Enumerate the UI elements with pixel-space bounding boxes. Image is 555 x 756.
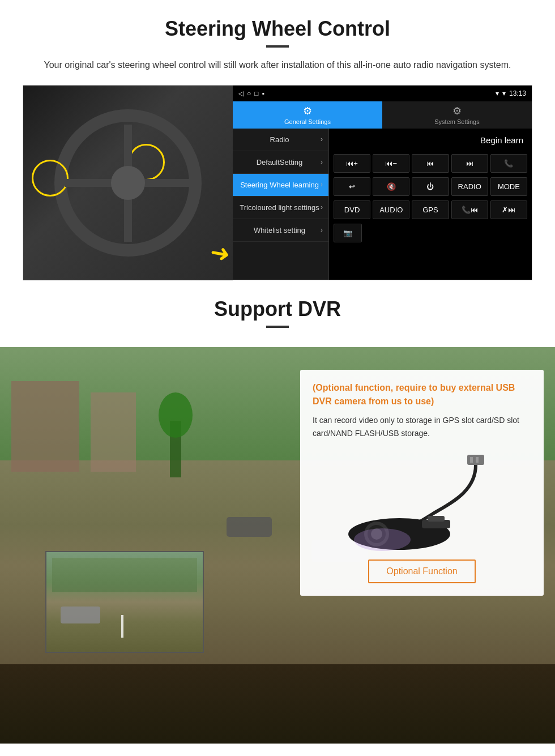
- dvr-camera-svg: [331, 449, 513, 551]
- page-title: Steering Wheel Control: [23, 17, 532, 41]
- tab-system-label: System Settings: [434, 118, 479, 125]
- back-icon[interactable]: ◁: [238, 89, 244, 97]
- optional-function-button[interactable]: Optional Function: [368, 559, 475, 583]
- dvr-description: It can record video only to storage in G…: [313, 414, 531, 441]
- dvr-optional-note: (Optional function, require to buy exter…: [313, 381, 531, 408]
- begin-learn-button[interactable]: Begin learn: [480, 135, 523, 145]
- begin-learn-row: Begin learn: [329, 129, 532, 152]
- vol-up-button[interactable]: ⏮+: [334, 154, 370, 173]
- steering-control-panel: Begin learn ⏮+ ⏮− ⏮ ⏭ 📞 ↩ 🔇 ⏻: [329, 129, 532, 280]
- menu-item-radio[interactable]: Radio ›: [233, 129, 328, 151]
- steering-ui-container: ➜ ◁ ○ □ ▪ ▾ ▾ 13:13 ⚙: [23, 85, 532, 280]
- top-tabbar: ⚙ General Settings ⚙ System Settings: [233, 101, 532, 129]
- skip-button[interactable]: ✗⏭: [490, 200, 527, 219]
- tab-system-settings[interactable]: ⚙ System Settings: [382, 101, 532, 129]
- android-panel: ◁ ○ □ ▪ ▾ ▾ 13:13 ⚙ General Settings: [233, 86, 532, 280]
- statusbar: ◁ ○ □ ▪ ▾ ▾ 13:13: [233, 86, 532, 101]
- svg-rect-2: [476, 457, 479, 463]
- tree-top: [159, 392, 193, 438]
- chevron-icon: ›: [321, 181, 323, 189]
- dvr-background-image: (Optional function, require to buy exter…: [0, 347, 555, 744]
- dvr-section: Support DVR (Optional functi: [0, 280, 555, 744]
- next-track-button[interactable]: ⏭: [451, 154, 488, 173]
- mute-button[interactable]: 🔇: [373, 177, 409, 196]
- svg-rect-1: [470, 457, 473, 463]
- building-left: [11, 381, 79, 472]
- preview-road: [46, 552, 203, 652]
- title-divider: [266, 45, 289, 48]
- control-buttons-row1: ⏮+ ⏮− ⏮ ⏭ 📞: [329, 152, 532, 175]
- tab-general-settings[interactable]: ⚙ General Settings: [233, 101, 382, 129]
- vol-down-button[interactable]: ⏮−: [373, 154, 409, 173]
- recents-icon[interactable]: □: [254, 89, 258, 97]
- back-button[interactable]: ↩: [334, 177, 370, 196]
- chevron-icon: ›: [321, 135, 323, 143]
- menu-item-steering-wheel[interactable]: Steering Wheel learning ›: [233, 174, 328, 197]
- home-icon[interactable]: ○: [247, 89, 251, 97]
- dvr-info-card: (Optional function, require to buy exter…: [300, 370, 544, 596]
- phone-button[interactable]: 📞: [490, 154, 527, 173]
- signal-icon: ▾: [496, 89, 499, 97]
- control-buttons-row3: DVD AUDIO GPS 📞⏮ ✗⏭: [329, 198, 532, 221]
- dvr-title-divider: [266, 326, 289, 328]
- dvd-button[interactable]: DVD: [334, 200, 370, 219]
- dvr-camera-device: [331, 449, 513, 551]
- settings-gear-icon: ⚙: [303, 105, 312, 117]
- steering-wheel-section: Steering Wheel Control Your original car…: [0, 0, 555, 280]
- phone-prev-button[interactable]: 📞⏮: [451, 200, 488, 219]
- settings-menu: Radio › DefaultSetting › Steering Wheel …: [233, 129, 329, 280]
- power-button[interactable]: ⏻: [412, 177, 449, 196]
- menu-icon[interactable]: ▪: [262, 89, 264, 97]
- dvr-title: Support DVR: [23, 297, 532, 321]
- statusbar-system-icons: ▾ ▾ 13:13: [496, 89, 526, 97]
- dvr-camera-preview: [45, 551, 204, 653]
- wifi-icon: ▾: [502, 89, 506, 97]
- highlight-circle-left: [32, 160, 69, 197]
- chevron-icon: ›: [321, 203, 323, 211]
- android-content-area: Radio › DefaultSetting › Steering Wheel …: [233, 129, 532, 280]
- optional-function-container: Optional Function: [313, 554, 531, 583]
- prev-track-button[interactable]: ⏮: [412, 154, 449, 173]
- svg-point-7: [354, 528, 411, 551]
- radio-button[interactable]: RADIO: [451, 177, 488, 196]
- menu-item-whitelist[interactable]: Whitelist setting ›: [233, 219, 328, 242]
- menu-item-default-setting[interactable]: DefaultSetting ›: [233, 151, 328, 174]
- dashboard-area: [0, 664, 555, 744]
- menu-item-tricoloured[interactable]: Tricoloured light settings ›: [233, 197, 328, 219]
- chevron-icon: ›: [321, 158, 323, 166]
- car-mid: [227, 517, 272, 537]
- preview-car: [61, 606, 100, 623]
- control-buttons-row2: ↩ 🔇 ⏻ RADIO MODE: [329, 175, 532, 198]
- svg-rect-9: [428, 516, 445, 522]
- gps-button[interactable]: GPS: [412, 200, 449, 219]
- steering-wheel-image: ➜: [23, 86, 233, 281]
- road-marking: [121, 615, 123, 638]
- mode-button[interactable]: MODE: [490, 177, 527, 196]
- audio-button[interactable]: AUDIO: [373, 200, 409, 219]
- dvr-title-area: Support DVR: [0, 280, 555, 347]
- section-description: Your original car's steering wheel contr…: [23, 58, 532, 72]
- building-mid: [91, 392, 136, 472]
- statusbar-nav-icons: ◁ ○ □ ▪: [238, 89, 264, 97]
- system-icon: ⚙: [452, 105, 462, 117]
- camera-button[interactable]: 📷: [334, 224, 362, 242]
- control-buttons-row4: 📷: [329, 221, 532, 245]
- clock: 13:13: [509, 89, 526, 97]
- chevron-icon: ›: [321, 226, 323, 234]
- tab-general-label: General Settings: [284, 118, 331, 125]
